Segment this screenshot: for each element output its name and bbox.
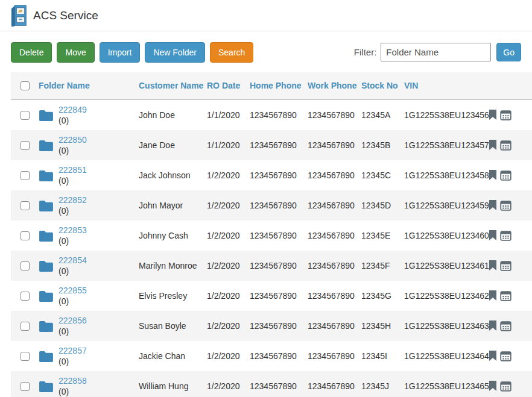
column-header-ro-date[interactable]: RO Date	[207, 81, 250, 90]
table-row: 222858 (0) William Hung 1/2/2020 1234567…	[11, 371, 532, 397]
folder-icon	[39, 380, 54, 392]
bookmark-icon[interactable]	[489, 230, 497, 241]
folder-number-link[interactable]: 222853	[59, 225, 87, 236]
row-checkbox[interactable]	[21, 201, 30, 210]
filter-input[interactable]	[381, 43, 491, 61]
calendar-icon[interactable]	[500, 140, 511, 151]
folder-number-link[interactable]: 222854	[59, 255, 87, 266]
row-checkbox-cell	[11, 171, 39, 180]
row-checkbox[interactable]	[21, 111, 30, 120]
folder-number-link[interactable]: 222857	[59, 345, 87, 356]
go-button[interactable]: Go	[496, 43, 521, 61]
folder-cell: 222858 (0)	[39, 375, 139, 397]
row-checkbox-cell	[11, 141, 39, 150]
calendar-icon[interactable]	[500, 230, 511, 241]
import-button[interactable]: Import	[100, 42, 141, 63]
bookmark-icon[interactable]	[489, 290, 497, 301]
work-phone-cell: 1234567890	[308, 381, 361, 391]
row-checkbox[interactable]	[21, 352, 30, 361]
ro-date-cell: 1/2/2020	[207, 291, 250, 301]
row-checkbox[interactable]	[21, 322, 30, 331]
bookmark-icon[interactable]	[489, 351, 497, 361]
calendar-icon[interactable]	[500, 320, 511, 331]
row-actions-cell	[489, 260, 532, 271]
column-header-customer-name[interactable]: Customer Name	[139, 81, 207, 90]
row-checkbox[interactable]	[21, 171, 30, 180]
row-actions-cell	[489, 351, 532, 361]
vin-cell: 1G1225S38EU123463	[404, 321, 489, 331]
folders-table: Folder Name Customer Name RO Date Home P…	[11, 72, 532, 397]
row-actions-cell	[489, 140, 532, 151]
row-actions-cell	[489, 381, 532, 392]
delete-button[interactable]: Delete	[11, 42, 52, 63]
column-header-folder-name[interactable]: Folder Name	[39, 81, 139, 90]
ro-date-cell: 1/1/2020	[207, 110, 250, 120]
home-phone-cell: 1234567890	[250, 110, 308, 120]
work-phone-cell: 1234567890	[308, 110, 361, 120]
folder-icon	[39, 230, 54, 242]
ro-date-cell: 1/2/2020	[207, 170, 250, 180]
folder-icon	[39, 320, 54, 332]
home-phone-cell: 1234567890	[250, 291, 308, 301]
folder-item-count: (0)	[59, 296, 69, 306]
folder-icon	[39, 169, 54, 181]
row-checkbox-cell	[11, 111, 39, 120]
new-folder-button[interactable]: New Folder	[145, 42, 205, 63]
folder-item-count: (0)	[59, 146, 69, 155]
home-phone-cell: 1234567890	[250, 351, 308, 361]
folder-number-link[interactable]: 222849	[59, 104, 87, 115]
bookmark-icon[interactable]	[489, 260, 497, 271]
table-row: 222856 (0) Susan Boyle 1/2/2020 12345678…	[11, 311, 532, 341]
folder-number-link[interactable]: 222852	[59, 195, 87, 205]
customer-name-cell: John Doe	[139, 110, 207, 120]
bookmark-icon[interactable]	[489, 320, 497, 331]
folder-cell: 222850 (0)	[39, 134, 139, 156]
folder-item-count: (0)	[59, 266, 69, 276]
folder-number-link[interactable]: 222858	[59, 375, 87, 386]
folder-cell: 222856 (0)	[39, 315, 139, 337]
bookmark-icon[interactable]	[489, 200, 497, 211]
column-header-home-phone[interactable]: Home Phone	[250, 81, 308, 90]
column-header-stock-no[interactable]: Stock No	[361, 81, 404, 90]
home-phone-cell: 1234567890	[250, 140, 308, 150]
calendar-icon[interactable]	[500, 170, 511, 181]
calendar-icon[interactable]	[500, 110, 511, 120]
folder-number-link[interactable]: 222855	[59, 285, 87, 296]
column-header-vin[interactable]: VIN	[404, 81, 489, 90]
bookmark-icon[interactable]	[489, 110, 497, 120]
row-checkbox[interactable]	[21, 292, 30, 301]
customer-name-cell: John Mayor	[139, 201, 207, 210]
customer-name-cell: Jane Doe	[139, 140, 207, 150]
calendar-icon[interactable]	[500, 381, 511, 392]
row-checkbox-cell	[11, 231, 39, 240]
folder-item-count: (0)	[59, 236, 69, 246]
folder-number-link[interactable]: 222850	[59, 134, 87, 145]
bookmark-icon[interactable]	[489, 381, 497, 392]
folder-number-link[interactable]: 222851	[59, 164, 87, 175]
bookmark-icon[interactable]	[489, 170, 497, 181]
work-phone-cell: 1234567890	[308, 261, 361, 270]
folder-cell: 222857 (0)	[39, 345, 139, 367]
select-all-checkbox[interactable]	[21, 81, 30, 90]
bookmark-icon[interactable]	[489, 140, 497, 151]
row-checkbox[interactable]	[21, 261, 30, 270]
stock-no-cell: 12345C	[361, 170, 404, 180]
stock-no-cell: 12345A	[361, 110, 404, 120]
calendar-icon[interactable]	[500, 200, 511, 211]
calendar-icon[interactable]	[500, 290, 511, 301]
table-row: 222851 (0) Jack Johnson 1/2/2020 1234567…	[11, 160, 532, 190]
move-button[interactable]: Move	[57, 42, 94, 63]
column-header-work-phone[interactable]: Work Phone	[308, 81, 361, 90]
folder-number-link[interactable]: 222856	[59, 315, 87, 326]
vin-cell: 1G1225S38EU123457	[404, 140, 489, 150]
app-header: ACS Service	[0, 0, 532, 31]
work-phone-cell: 1234567890	[308, 140, 361, 150]
search-button[interactable]: Search	[210, 42, 253, 63]
row-checkbox[interactable]	[21, 382, 30, 391]
vin-cell: 1G1225S38EU123459	[404, 201, 489, 210]
calendar-icon[interactable]	[500, 260, 511, 271]
calendar-icon[interactable]	[500, 351, 511, 361]
row-checkbox[interactable]	[21, 141, 30, 150]
row-checkbox-cell	[11, 201, 39, 210]
row-checkbox[interactable]	[21, 231, 30, 240]
